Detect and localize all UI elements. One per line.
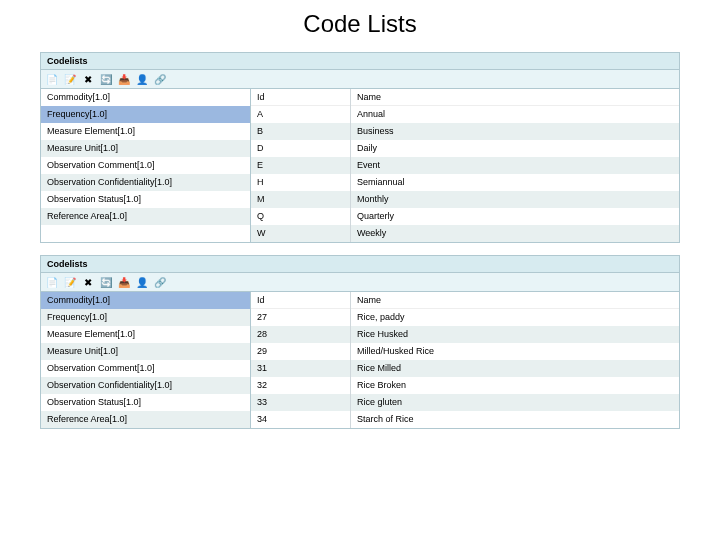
refresh-icon[interactable]: 🔄 <box>99 72 113 86</box>
codelist-item[interactable]: Observation Confidentiality[1.0] <box>41 174 250 191</box>
edit-icon[interactable]: 📝 <box>63 275 77 289</box>
value-name-cell[interactable]: Weekly <box>351 225 679 242</box>
value-id-cell[interactable]: 29 <box>251 343 350 360</box>
codelist-item[interactable]: Frequency[1.0] <box>41 309 250 326</box>
codelist-item[interactable]: Reference Area[1.0] <box>41 411 250 428</box>
toolbar: 📄📝✖🔄📥👤🔗 <box>40 69 680 88</box>
value-name-cell[interactable]: Semiannual <box>351 174 679 191</box>
column-header-name[interactable]: Name <box>351 89 679 106</box>
link-icon[interactable]: 🔗 <box>153 72 167 86</box>
delete-icon[interactable]: ✖ <box>81 275 95 289</box>
codelist-item[interactable]: Observation Comment[1.0] <box>41 157 250 174</box>
value-id-cell[interactable]: E <box>251 157 350 174</box>
edit-icon[interactable]: 📝 <box>63 72 77 86</box>
codelist-panel-frequency: Codelists 📄📝✖🔄📥👤🔗 Commodity[1.0]Frequenc… <box>40 52 680 243</box>
value-id-cell[interactable]: A <box>251 106 350 123</box>
value-name-cell[interactable]: Quarterly <box>351 208 679 225</box>
panel-header: Codelists <box>40 52 680 69</box>
value-id-cell[interactable]: 27 <box>251 309 350 326</box>
value-id-cell[interactable]: D <box>251 140 350 157</box>
value-name-cell[interactable]: Rice, paddy <box>351 309 679 326</box>
codelist-item[interactable]: Reference Area[1.0] <box>41 208 250 225</box>
value-name-cell[interactable]: Rice gluten <box>351 394 679 411</box>
delete-icon[interactable]: ✖ <box>81 72 95 86</box>
codelist-item[interactable]: Frequency[1.0] <box>41 106 250 123</box>
value-id-cell[interactable]: 32 <box>251 377 350 394</box>
link-icon[interactable]: 🔗 <box>153 275 167 289</box>
value-name-cell[interactable]: Starch of Rice <box>351 411 679 428</box>
value-id-cell[interactable]: 31 <box>251 360 350 377</box>
codelist-panel-commodity: Codelists 📄📝✖🔄📥👤🔗 Commodity[1.0]Frequenc… <box>40 255 680 429</box>
value-name-cell[interactable]: Rice Husked <box>351 326 679 343</box>
codelist-item[interactable]: Commodity[1.0] <box>41 292 250 309</box>
value-id-cell[interactable]: W <box>251 225 350 242</box>
value-id-cell[interactable]: 33 <box>251 394 350 411</box>
codelist-item[interactable]: Observation Status[1.0] <box>41 191 250 208</box>
new-icon[interactable]: 📄 <box>45 72 59 86</box>
value-name-cell[interactable]: Rice Broken <box>351 377 679 394</box>
value-name-cell[interactable]: Milled/Husked Rice <box>351 343 679 360</box>
codelist-item[interactable]: Observation Confidentiality[1.0] <box>41 377 250 394</box>
value-name-cell[interactable]: Annual <box>351 106 679 123</box>
value-id-cell[interactable]: 28 <box>251 326 350 343</box>
codelist-item[interactable]: Observation Comment[1.0] <box>41 360 250 377</box>
value-id-cell[interactable]: Q <box>251 208 350 225</box>
page-title: Code Lists <box>0 0 720 52</box>
value-name-cell[interactable]: Daily <box>351 140 679 157</box>
value-id-cell[interactable]: H <box>251 174 350 191</box>
value-name-cell[interactable]: Rice Milled <box>351 360 679 377</box>
column-header-id[interactable]: Id <box>251 292 350 309</box>
codelist-item[interactable]: Commodity[1.0] <box>41 89 250 106</box>
codelist-item[interactable]: Measure Unit[1.0] <box>41 140 250 157</box>
value-id-cell[interactable]: 34 <box>251 411 350 428</box>
codelist-item[interactable]: Measure Element[1.0] <box>41 326 250 343</box>
import-icon[interactable]: 📥 <box>117 72 131 86</box>
codelist-item[interactable]: Measure Element[1.0] <box>41 123 250 140</box>
value-name-cell[interactable]: Business <box>351 123 679 140</box>
value-name-cell[interactable]: Event <box>351 157 679 174</box>
user-icon[interactable]: 👤 <box>135 275 149 289</box>
column-header-name[interactable]: Name <box>351 292 679 309</box>
refresh-icon[interactable]: 🔄 <box>99 275 113 289</box>
new-icon[interactable]: 📄 <box>45 275 59 289</box>
toolbar: 📄📝✖🔄📥👤🔗 <box>40 272 680 291</box>
value-name-cell[interactable]: Monthly <box>351 191 679 208</box>
codelist-item[interactable]: Measure Unit[1.0] <box>41 343 250 360</box>
codelist-item[interactable]: Observation Status[1.0] <box>41 394 250 411</box>
panel-header: Codelists <box>40 255 680 272</box>
import-icon[interactable]: 📥 <box>117 275 131 289</box>
user-icon[interactable]: 👤 <box>135 72 149 86</box>
value-id-cell[interactable]: M <box>251 191 350 208</box>
value-id-cell[interactable]: B <box>251 123 350 140</box>
column-header-id[interactable]: Id <box>251 89 350 106</box>
